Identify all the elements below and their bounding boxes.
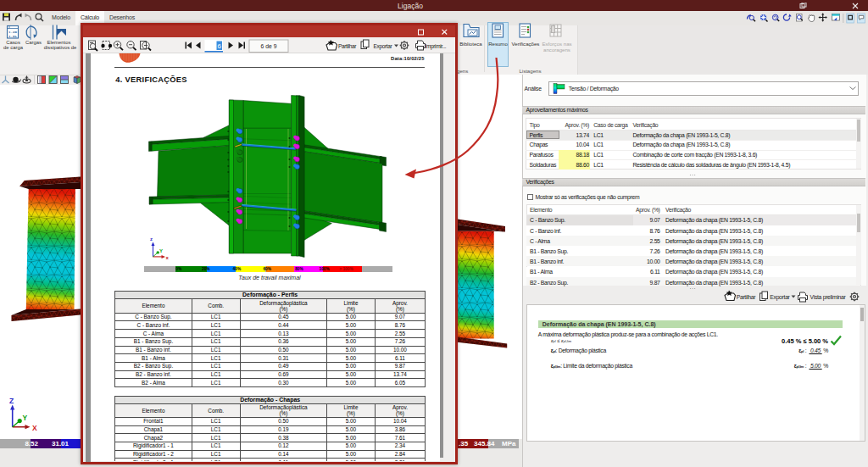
- svg-text:z: z: [150, 236, 153, 242]
- svg-text:Y: Y: [23, 414, 28, 422]
- svg-text:1.6L: 1.6L: [8, 35, 18, 38]
- svg-text:6: 6: [217, 42, 221, 49]
- svg-text:X: X: [32, 424, 37, 432]
- svg-text:6 de 9: 6 de 9: [261, 42, 277, 48]
- svg-text:1.2D: 1.2D: [8, 31, 18, 34]
- svg-text:x: x: [166, 255, 170, 260]
- svg-text:Y: Y: [159, 248, 163, 253]
- svg-text:Z: Z: [9, 397, 14, 405]
